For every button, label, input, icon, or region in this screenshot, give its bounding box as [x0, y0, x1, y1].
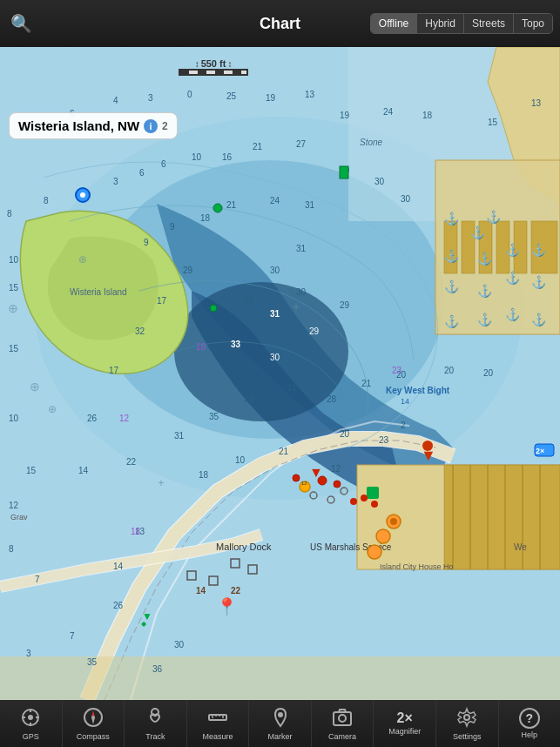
svg-text:22: 22 — [231, 586, 241, 596]
svg-point-147 — [361, 495, 368, 501]
svg-text:31: 31 — [270, 309, 280, 319]
map-container[interactable]: + + ⊕ ⊕ ⊕ ⊕ 8 6 4 3 0 25 19 13 13 15 18 … — [0, 47, 560, 700]
svg-text:34: 34 — [244, 394, 254, 404]
svg-text:20: 20 — [444, 366, 455, 375]
svg-text:⚓: ⚓ — [444, 314, 460, 329]
svg-text:30: 30 — [270, 266, 280, 275]
toolbar-magnifier[interactable]: 2× Magnifier — [374, 700, 436, 747]
svg-text:15: 15 — [26, 466, 37, 475]
svg-point-191 — [464, 715, 469, 720]
svg-text:21: 21 — [226, 200, 237, 210]
svg-text:18: 18 — [422, 111, 433, 120]
svg-text:⚓: ⚓ — [531, 275, 547, 290]
svg-text:12: 12 — [301, 481, 307, 486]
svg-text:⚓: ⚓ — [531, 243, 547, 258]
svg-text:11: 11 — [287, 383, 298, 393]
svg-rect-21 — [0, 656, 560, 700]
svg-text:29: 29 — [183, 266, 193, 275]
svg-text:7: 7 — [35, 575, 40, 584]
svg-text:3: 3 — [26, 649, 31, 658]
svg-text:0: 0 — [187, 90, 192, 99]
toolbar-compass[interactable]: Compass — [63, 700, 125, 747]
svg-text:◆: ◆ — [141, 620, 147, 628]
svg-text:4: 4 — [113, 96, 118, 105]
svg-text:23: 23 — [379, 435, 389, 445]
map-type-hybrid[interactable]: Hybrid — [417, 14, 464, 33]
map-type-streets[interactable]: Streets — [464, 14, 514, 33]
track-label: Track — [145, 732, 165, 741]
toolbar-settings[interactable]: Settings — [436, 700, 499, 747]
svg-text:29: 29 — [309, 326, 320, 336]
svg-point-168 — [80, 192, 85, 198]
svg-text:⚓: ⚓ — [470, 225, 486, 240]
svg-text:2: 2 — [401, 421, 406, 430]
svg-text:13: 13 — [305, 90, 315, 99]
toolbar-track[interactable]: Track — [125, 700, 187, 747]
svg-text:14: 14 — [196, 586, 206, 596]
map-type-topo[interactable]: Topo — [514, 14, 552, 33]
settings-icon — [456, 707, 477, 730]
svg-text:Grav: Grav — [10, 513, 28, 522]
svg-text:⚓: ⚓ — [486, 210, 502, 225]
svg-point-141 — [334, 481, 341, 488]
svg-rect-139 — [340, 166, 348, 178]
header-title: Chart — [260, 15, 300, 33]
svg-text:26: 26 — [87, 414, 98, 423]
header: 🔍 Chart Offline Hybrid Streets Topo — [0, 0, 560, 47]
svg-text:8: 8 — [7, 209, 12, 219]
toolbar-gps[interactable]: GPS — [0, 700, 63, 747]
svg-text:23: 23 — [392, 366, 402, 375]
svg-text:27: 27 — [296, 139, 307, 149]
toolbar-help[interactable]: ? Help — [499, 700, 561, 747]
camera-label: Camera — [328, 732, 356, 741]
svg-text:Island City House Ho: Island City House Ho — [380, 562, 454, 571]
map-background: + + ⊕ ⊕ ⊕ ⊕ 8 6 4 3 0 25 19 13 13 15 18 … — [0, 47, 560, 700]
toolbar: GPS Compass Track — [0, 700, 560, 747]
svg-text:30: 30 — [374, 177, 385, 186]
svg-text:📍: 📍 — [216, 596, 238, 617]
svg-point-148 — [350, 498, 357, 505]
svg-rect-183 — [209, 715, 226, 720]
svg-text:9: 9 — [170, 222, 175, 232]
toolbar-camera[interactable]: Camera — [312, 700, 374, 747]
svg-text:25: 25 — [226, 91, 237, 101]
map-type-offline[interactable]: Offline — [371, 14, 417, 33]
help-label: Help — [522, 730, 538, 739]
toolbar-marker[interactable]: Marker — [249, 700, 312, 747]
svg-text:⚓: ⚓ — [444, 212, 460, 226]
scale-label: 550 ft — [201, 58, 226, 69]
svg-text:10: 10 — [192, 152, 202, 162]
svg-text:17: 17 — [157, 296, 167, 306]
svg-text:18: 18 — [131, 527, 141, 536]
svg-point-162 — [368, 545, 381, 559]
svg-text:9: 9 — [144, 238, 149, 247]
svg-text:31: 31 — [174, 431, 185, 441]
svg-point-137 — [210, 305, 217, 312]
svg-text:7: 7 — [70, 631, 75, 641]
svg-point-181 — [91, 716, 95, 719]
measure-label: Measure — [202, 732, 233, 741]
toolbar-measure[interactable]: Measure — [187, 700, 250, 747]
svg-text:⊕: ⊕ — [30, 380, 40, 394]
svg-text:20: 20 — [340, 429, 350, 439]
svg-point-160 — [390, 518, 397, 525]
svg-text:18: 18 — [200, 213, 211, 223]
svg-text:⚓: ⚓ — [477, 284, 493, 299]
svg-point-138 — [213, 204, 222, 212]
svg-text:12: 12 — [9, 501, 19, 510]
svg-point-173 — [28, 715, 33, 720]
settings-label: Settings — [453, 732, 482, 741]
svg-text:26: 26 — [113, 601, 124, 610]
search-icon[interactable]: 🔍 — [10, 13, 32, 34]
info-icon[interactable]: i — [144, 119, 158, 133]
svg-text:Stone: Stone — [360, 138, 383, 147]
svg-point-142 — [293, 474, 300, 481]
svg-text:30: 30 — [270, 353, 280, 362]
svg-text:15: 15 — [9, 344, 19, 353]
map-type-selector: Offline Hybrid Streets Topo — [370, 13, 553, 34]
svg-text:⊕: ⊕ — [48, 403, 57, 415]
svg-text:⚓: ⚓ — [444, 249, 460, 264]
svg-text:8: 8 — [44, 196, 49, 205]
svg-text:6: 6 — [139, 168, 145, 178]
svg-text:▼: ▼ — [309, 465, 323, 480]
